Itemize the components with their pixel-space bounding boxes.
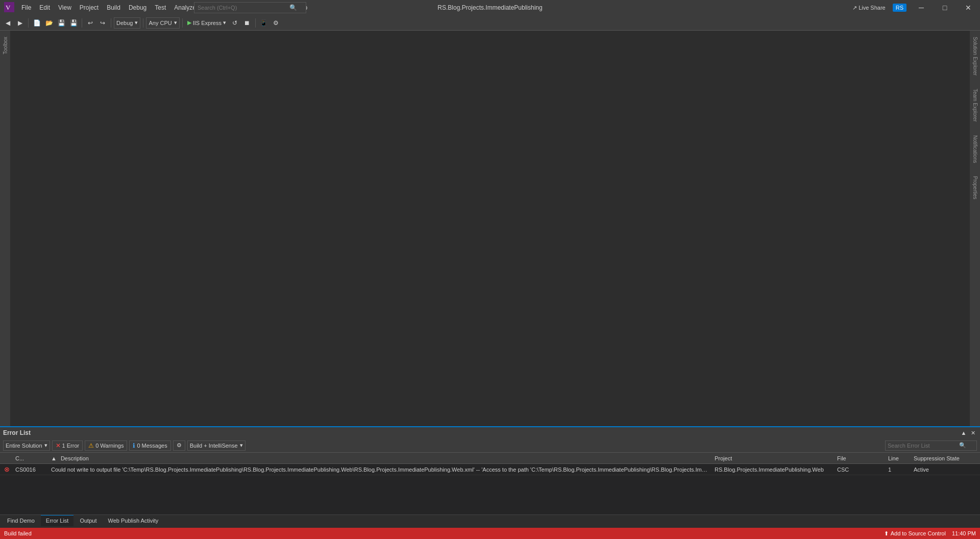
- menu-item-build[interactable]: Build: [103, 2, 125, 13]
- menu-item-test[interactable]: Test: [151, 2, 170, 13]
- menu-item-debug[interactable]: Debug: [125, 2, 151, 13]
- warning-filter-icon: ⚠: [88, 442, 94, 449]
- menu-item-project[interactable]: Project: [76, 2, 103, 13]
- error-panel: Error List ▲ ✕ Entire Solution ▾ ✕ 1 Err…: [0, 426, 980, 526]
- toolbar-save-all[interactable]: 💾: [68, 17, 79, 29]
- error-row-description: Could not write to output file 'C:\Temp\…: [49, 467, 713, 473]
- title-bar: V FileEditViewProjectBuildDebugTestAnaly…: [0, 0, 980, 15]
- error-toolbar: Entire Solution ▾ ✕ 1 Error ⚠ 0 Warnings…: [0, 438, 980, 453]
- toolbar-sep-3: [111, 18, 111, 28]
- error-table-header: C... ▲ Description Project File Line Sup…: [0, 453, 980, 464]
- error-rows: ⊗ CS0016 Could not write to output file …: [0, 464, 980, 475]
- properties-tab[interactable]: Properties: [971, 172, 979, 204]
- build-filter-icon-btn[interactable]: ⚙: [173, 440, 185, 451]
- add-source-control-btn[interactable]: ⬆ Add to Source Control: [884, 530, 946, 537]
- run-chevron-icon: ▾: [223, 19, 226, 26]
- menu-item-view[interactable]: View: [54, 2, 76, 13]
- scope-dropdown[interactable]: Entire Solution ▾: [3, 440, 50, 451]
- search-error-input[interactable]: [888, 443, 959, 449]
- platform-chevron-icon: ▾: [174, 19, 177, 26]
- close-icon: ✕: [965, 4, 971, 12]
- error-panel-header: Error List ▲ ✕: [0, 427, 980, 438]
- toolbar-new[interactable]: 📄: [31, 17, 42, 29]
- search-input[interactable]: [198, 5, 289, 11]
- toolbar-stop[interactable]: ⏹: [241, 17, 253, 29]
- toolbar-sep-6: [255, 18, 256, 28]
- tab-error-list[interactable]: Error List: [41, 515, 74, 526]
- notifications-tab[interactable]: Notifications: [971, 131, 979, 167]
- panel-float-btn[interactable]: ▲: [960, 429, 968, 437]
- toolbar-redo[interactable]: ↪: [97, 17, 108, 29]
- toolbar-nav-fwd[interactable]: ▶: [14, 17, 26, 29]
- status-time: 11:40 PM: [952, 530, 976, 536]
- col-header-line[interactable]: Line: [886, 455, 912, 461]
- col-header-suppression[interactable]: Suppression State: [912, 455, 978, 461]
- search-error-list[interactable]: 🔍: [885, 440, 977, 451]
- menu-item-file[interactable]: File: [17, 2, 35, 13]
- toolbar-device[interactable]: 📱: [258, 17, 270, 29]
- search-icon: 🔍: [289, 4, 297, 11]
- col-header-code[interactable]: C...: [13, 455, 49, 461]
- menu-item-edit[interactable]: Edit: [35, 2, 54, 13]
- col-header-project[interactable]: Project: [713, 455, 835, 461]
- toolbar-sep-2: [82, 18, 82, 28]
- build-filter-dropdown[interactable]: Build + IntelliSense ▾: [187, 440, 246, 451]
- error-row-suppression: Active: [912, 467, 978, 473]
- toolbar-sep-4: [143, 18, 143, 28]
- minimize-button[interactable]: ─: [910, 0, 933, 15]
- maximize-icon: □: [943, 4, 947, 12]
- toolbar-open[interactable]: 📂: [43, 17, 55, 29]
- main-editor-area[interactable]: [10, 31, 970, 452]
- minimize-icon: ─: [919, 4, 924, 12]
- toolbar-extra[interactable]: ⚙: [271, 17, 282, 29]
- search-error-icon: 🔍: [959, 442, 966, 449]
- toolbox-tab[interactable]: Toolbox: [2, 33, 9, 58]
- error-panel-controls: ▲ ✕: [960, 429, 977, 437]
- bottom-tabs: Find Demo Error List Output Web Publish …: [0, 514, 980, 526]
- toolbar-nav-back[interactable]: ◀: [2, 17, 13, 29]
- run-button[interactable]: ▶ IIS Express ▾: [185, 17, 228, 29]
- toolbar-save[interactable]: 💾: [56, 17, 67, 29]
- config-chevron-icon: ▾: [135, 19, 138, 26]
- toolbar-undo[interactable]: ↩: [85, 17, 96, 29]
- toolbar-sep-1: [28, 18, 29, 28]
- svg-text:V: V: [6, 4, 11, 11]
- solution-explorer-tab[interactable]: Solution Explorer: [971, 33, 979, 80]
- toolbar-sep-5: [182, 18, 183, 28]
- message-filter-btn[interactable]: ℹ 0 Messages: [129, 440, 170, 451]
- table-row[interactable]: ⊗ CS0016 Could not write to output file …: [0, 464, 980, 475]
- user-badge: RS: [893, 4, 906, 12]
- error-panel-title: Error List: [3, 429, 31, 436]
- panel-close-btn[interactable]: ✕: [969, 429, 977, 437]
- tab-web-publish-activity[interactable]: Web Publish Activity: [103, 515, 163, 526]
- run-icon: ▶: [187, 19, 191, 26]
- tab-find-demo[interactable]: Find Demo: [2, 515, 40, 526]
- source-control-icon: ⬆: [884, 530, 889, 537]
- error-filter-btn[interactable]: ✕ 1 Error: [52, 440, 83, 451]
- maximize-button[interactable]: □: [933, 0, 957, 15]
- live-share-btn[interactable]: ↗ Live Share: [848, 5, 890, 11]
- error-row-line: 1: [886, 467, 912, 473]
- col-header-file[interactable]: File: [835, 455, 886, 461]
- status-right: ⬆ Add to Source Control 11:40 PM: [884, 530, 976, 537]
- toolbar-refresh[interactable]: ↺: [229, 17, 240, 29]
- team-explorer-tab[interactable]: Team Explorer: [971, 85, 979, 126]
- status-bar: Build failed ⬆ Add to Source Control 11:…: [0, 528, 980, 539]
- error-row-code: CS0016: [13, 467, 49, 473]
- error-row-icon: ⊗: [2, 465, 13, 473]
- error-row-file: CSC: [835, 467, 886, 473]
- build-filter-icon: ⚙: [177, 442, 182, 449]
- col-header-sort-icon: ▲: [49, 455, 59, 461]
- tab-output[interactable]: Output: [75, 515, 102, 526]
- warning-filter-btn[interactable]: ⚠ 0 Warnings: [85, 440, 127, 451]
- build-config-dropdown[interactable]: Debug ▾: [114, 17, 140, 29]
- toolbar: ◀ ▶ 📄 📂 💾 💾 ↩ ↪ Debug ▾ Any CPU ▾ ▶ IIS …: [0, 15, 980, 31]
- col-header-description[interactable]: Description: [59, 455, 713, 461]
- build-status: Build failed: [4, 530, 32, 536]
- build-filter-chevron-icon: ▾: [240, 442, 243, 449]
- close-button[interactable]: ✕: [957, 0, 980, 15]
- search-bar[interactable]: 🔍: [194, 2, 306, 13]
- vs-logo: V: [4, 2, 14, 14]
- scope-chevron-icon: ▾: [44, 442, 47, 449]
- platform-dropdown[interactable]: Any CPU ▾: [146, 17, 179, 29]
